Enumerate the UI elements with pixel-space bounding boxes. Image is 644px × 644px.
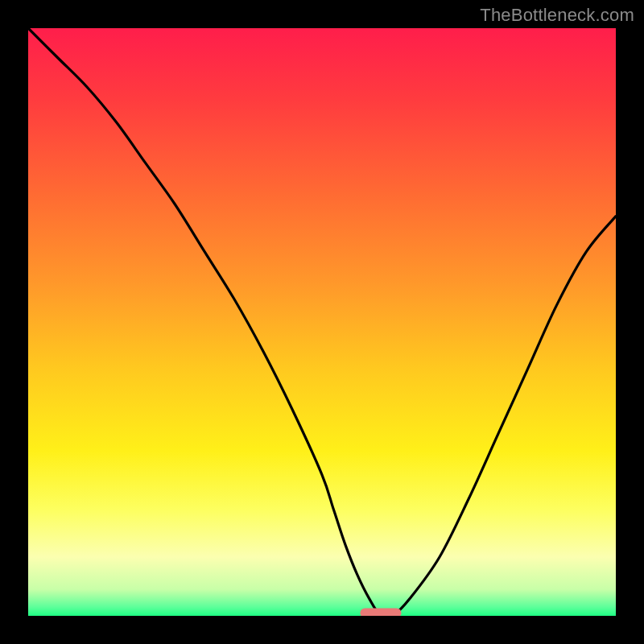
curve-layer xyxy=(28,28,616,616)
bottleneck-curve xyxy=(28,28,616,616)
plot-area xyxy=(28,28,616,616)
chart-frame: TheBottleneck.com xyxy=(0,0,644,644)
optimal-range-marker xyxy=(360,608,401,616)
watermark-text: TheBottleneck.com xyxy=(480,5,634,26)
